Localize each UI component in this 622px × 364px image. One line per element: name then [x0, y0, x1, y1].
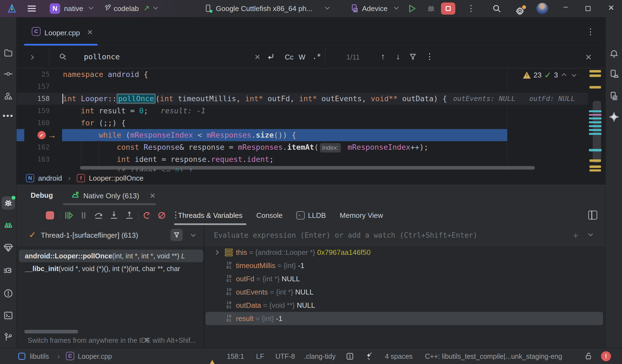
pause-button[interactable] [78, 210, 89, 221]
prev-problem-icon[interactable] [562, 73, 566, 78]
add-watch-icon[interactable]: ＋ [571, 229, 580, 242]
status-project[interactable]: libutils [30, 352, 49, 360]
line-number[interactable]: 158 [28, 93, 50, 105]
variable-row-timeoutMillis[interactable]: 10 01timeoutMillis = {int} -1 [204, 259, 605, 272]
filter-matches-icon[interactable] [408, 52, 417, 63]
code-line[interactable]: 25namespace android { [17, 68, 588, 81]
error-notification-icon[interactable]: ! [601, 351, 611, 361]
running-devices-icon[interactable] [608, 90, 620, 101]
notifications-bell-icon[interactable] [608, 48, 620, 59]
layout-settings-icon[interactable] [588, 211, 597, 220]
line-number[interactable]: 160 [28, 117, 50, 129]
prev-match-icon[interactable]: ↑ [381, 52, 385, 61]
debug-tab-console[interactable]: Console [256, 206, 283, 225]
stack-frame-item[interactable]: __libc_init(void *, void (*)(), int (*)(… [25, 262, 180, 275]
debug-tab-threads-variables[interactable]: Threads & Variables [178, 206, 243, 225]
app-quality-insights-icon[interactable] [3, 242, 14, 253]
evaluate-expression-input[interactable]: Evaluate expression (Enter) or add a wat… [214, 231, 477, 239]
branch-selector[interactable]: codelab [114, 4, 139, 13]
breakpoint-icon[interactable]: ✓ [38, 131, 46, 139]
step-into-button[interactable] [108, 210, 120, 221]
next-problem-icon[interactable] [572, 72, 576, 77]
code-editor[interactable]: 25namespace android {157158int Looper::p… [17, 68, 605, 172]
caret-position[interactable]: 158:1 [227, 352, 244, 360]
variable-row-outEvents[interactable]: 10 01outEvents = {int *} NULL [204, 285, 605, 299]
expand-search-icon[interactable] [29, 55, 34, 60]
device-selector[interactable]: Google Cuttlefish x86_64 ph... [216, 4, 312, 13]
thread-selector[interactable]: Thread-1-[surfaceflinger] (613) [41, 231, 138, 240]
tab-options-icon[interactable]: ⋮ [586, 28, 595, 36]
search-input[interactable]: pollonce [84, 52, 120, 61]
line-number[interactable]: 162 [28, 141, 50, 153]
editor-scroll-strip[interactable] [588, 68, 605, 172]
thread-filter-button[interactable] [171, 229, 183, 241]
frames-h-scrollbar[interactable] [24, 330, 78, 333]
debug-tool-icon[interactable] [2, 196, 15, 210]
settings-gear-icon[interactable] [515, 6, 525, 18]
variable-row-outFd[interactable]: 10 01outFd = {int *} NULL [204, 272, 605, 285]
run-more-icon[interactable]: ⋮ [467, 4, 475, 12]
step-over-button[interactable] [93, 210, 104, 221]
stop-button[interactable] [441, 2, 455, 15]
commit-tool-icon[interactable] [3, 68, 14, 79]
regex-toggle[interactable]: .* [312, 52, 321, 61]
line-number[interactable]: 157 [28, 81, 50, 93]
code-line[interactable]: 163int ident = response.request.ident; [17, 153, 588, 165]
problems-tool-icon[interactable] [3, 288, 14, 299]
editor-h-scrollbar[interactable] [80, 166, 535, 170]
project-tool-icon[interactable] [3, 47, 14, 58]
project-status-icon[interactable] [18, 353, 25, 360]
device-icon[interactable] [204, 4, 212, 15]
session-tab-scrollbar[interactable] [63, 203, 156, 205]
step-out-button[interactable] [124, 210, 135, 221]
device-chevron-icon[interactable] [325, 5, 330, 9]
next-match-icon[interactable]: ↓ [396, 52, 400, 61]
main-menu-icon[interactable] [28, 6, 36, 12]
user-avatar[interactable] [536, 3, 548, 14]
more-tools-icon[interactable]: ••• [3, 110, 14, 121]
thread-dropdown-chevron-icon[interactable] [191, 232, 196, 237]
status-warning-icon[interactable]: ! [208, 352, 216, 360]
code-line[interactable]: 159int result = 0;result: -1 [17, 105, 588, 117]
project-chevron-icon[interactable] [89, 5, 94, 9]
code-line[interactable]: 162const Response& response = mResponses… [17, 141, 588, 153]
breadcrumb-namespace[interactable]: android [38, 174, 62, 183]
structure-tool-icon[interactable] [3, 90, 14, 101]
stop-process-button[interactable] [44, 210, 56, 221]
branch-chevron-icon[interactable] [153, 5, 158, 9]
line-number[interactable]: 159 [28, 105, 50, 117]
newline-icon[interactable] [266, 52, 275, 63]
inspections-widget[interactable]: ! 23 ✓ 3 [520, 69, 578, 81]
linter-status[interactable]: .clang-tidy [304, 352, 336, 360]
debug-tab-memory-view[interactable]: Memory View [340, 206, 383, 225]
mute-breakpoints-button[interactable] [156, 210, 168, 221]
session-tab-close-icon[interactable]: ✕ [150, 192, 156, 200]
project-selector[interactable]: native [64, 4, 83, 13]
search-everywhere-icon[interactable] [492, 4, 502, 15]
unlocked-icon[interactable] [584, 352, 593, 360]
adevice-selector[interactable]: Adevice [362, 4, 388, 13]
tab-close-icon[interactable]: ✕ [87, 28, 93, 37]
code-line[interactable]: ✓→while (mResponseIndex < mResponses.siz… [17, 129, 588, 141]
variable-row-this[interactable]: this = {android::Looper *} 0x7967aa146f5… [204, 246, 605, 259]
code-line[interactable]: 157 [17, 81, 588, 93]
breadcrumb-function[interactable]: Looper::pollOnce [89, 174, 143, 183]
words-toggle[interactable]: W [299, 53, 305, 61]
line-number[interactable]: 25 [28, 68, 50, 81]
close-search-icon[interactable]: ✕ [585, 52, 592, 62]
variable-row-outData[interactable]: 10 01outData = {void **} NULL [204, 299, 605, 312]
logcat-tool-icon[interactable] [3, 220, 14, 231]
adevice-chevron-icon[interactable] [394, 5, 399, 9]
status-file[interactable]: Looper.cpp [78, 352, 112, 360]
run-button[interactable] [407, 4, 417, 15]
inspection-profile-icon[interactable] [345, 352, 354, 361]
debug-button[interactable] [426, 4, 436, 15]
file-encoding[interactable]: UTF-8 [275, 352, 295, 360]
close-window-button[interactable]: ✕ [608, 3, 614, 12]
expand-chevron-icon[interactable] [214, 250, 219, 255]
device-manager-icon[interactable] [608, 68, 620, 79]
version-control-tool-icon[interactable] [3, 331, 14, 342]
debug-tab-lldb[interactable]: >_LLDB [296, 206, 326, 225]
profiler-tool-icon[interactable] [3, 265, 14, 276]
maximize-button[interactable] [586, 6, 591, 11]
